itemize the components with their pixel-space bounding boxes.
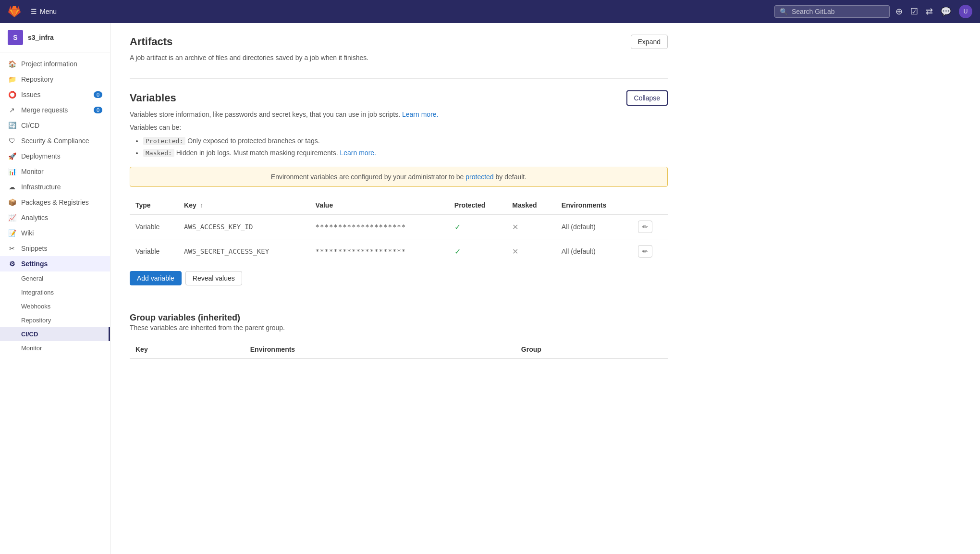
- check-icon: ✓: [454, 247, 461, 256]
- sidebar-item-snippets[interactable]: ✂ Snippets: [0, 241, 110, 256]
- sidebar-item-infrastructure[interactable]: ☁ Infrastructure: [0, 179, 110, 195]
- sub-item-cicd[interactable]: CI/CD: [0, 327, 110, 341]
- sidebar-item-packages[interactable]: 📦 Packages & Registries: [0, 195, 110, 210]
- row1-type: Variable: [130, 214, 178, 239]
- artifacts-section: Artifacts Expand A job artifact is an ar…: [130, 35, 668, 63]
- sidebar-item-wiki[interactable]: 📝 Wiki: [0, 225, 110, 241]
- search-bar[interactable]: 🔍: [774, 5, 890, 18]
- add-variable-button[interactable]: Add variable: [130, 271, 182, 285]
- group-variables-table: Key Environments Group: [130, 341, 668, 359]
- gitlab-logo[interactable]: [8, 5, 21, 18]
- merge-request-icon[interactable]: ⇄: [926, 6, 933, 17]
- alert-text: Environment variables are configured by …: [271, 173, 464, 181]
- sort-icon[interactable]: ↑: [200, 202, 203, 209]
- main-layout: S s3_infra 🏠 Project information 📁 Repos…: [0, 23, 980, 554]
- masked-learn-more-link[interactable]: Learn more.: [340, 149, 376, 157]
- variables-learn-more-link[interactable]: Learn more.: [402, 111, 438, 118]
- sidebar-item-analytics[interactable]: 📈 Analytics: [0, 210, 110, 225]
- row1-key: AWS_ACCESS_KEY_ID: [178, 214, 309, 239]
- section-divider: [130, 78, 668, 79]
- col-value: Value: [310, 197, 449, 214]
- deployments-icon: 🚀: [8, 152, 16, 160]
- nav-label: Wiki: [21, 229, 34, 237]
- main-content: Artifacts Expand A job artifact is an ar…: [110, 23, 980, 554]
- monitor-icon: 📊: [8, 168, 16, 175]
- issues-badge: 0: [94, 91, 102, 98]
- protected-code: Protected:: [143, 137, 185, 145]
- variables-description: Variables store information, like passwo…: [130, 110, 668, 120]
- variables-table-body: Variable AWS_ACCESS_KEY_ID *************…: [130, 214, 668, 263]
- row2-value: ********************: [310, 239, 449, 264]
- nav-label: Infrastructure: [21, 183, 61, 191]
- nav-label: Merge requests: [21, 106, 68, 114]
- masked-text: Hidden in job logs. Must match masking r…: [176, 149, 338, 157]
- row1-protected: ✓: [449, 214, 507, 239]
- sidebar-item-repository[interactable]: 📁 Repository: [0, 72, 110, 87]
- table-header-row: Type Key ↑ Value Protected Masked Enviro…: [130, 197, 668, 214]
- repository-icon: 📁: [8, 75, 16, 83]
- sidebar-item-issues[interactable]: ⭕ Issues 0: [0, 87, 110, 102]
- analytics-icon: 📈: [8, 214, 16, 222]
- cross-icon: ✕: [512, 223, 518, 231]
- nav-label: CI/CD: [21, 122, 39, 129]
- sub-item-repository[interactable]: Repository: [0, 313, 110, 327]
- reveal-values-button[interactable]: Reveal values: [185, 271, 242, 285]
- cross-icon: ✕: [512, 247, 518, 256]
- row2-type: Variable: [130, 239, 178, 264]
- variables-header: Variables Collapse: [130, 90, 668, 106]
- key-header: Key: [184, 201, 196, 209]
- new-item-icon[interactable]: ⊕: [895, 6, 903, 17]
- group-variables-title: Group variables (inherited): [130, 313, 668, 323]
- snippets-icon: ✂: [8, 245, 16, 252]
- sidebar-item-cicd[interactable]: 🔄 CI/CD: [0, 118, 110, 133]
- sub-item-webhooks[interactable]: Webhooks: [0, 299, 110, 313]
- nav-label: Security & Compliance: [21, 137, 89, 145]
- project-info-icon: 🏠: [8, 60, 16, 68]
- todo-icon[interactable]: ☑: [910, 6, 918, 17]
- variables-table: Type Key ↑ Value Protected Masked Enviro…: [130, 197, 668, 263]
- variables-bullet-list: Protected: Only exposed to protected bra…: [130, 135, 668, 159]
- row1-environments: All (default): [556, 214, 633, 239]
- user-avatar[interactable]: U: [959, 5, 972, 18]
- group-col-key: Key: [130, 341, 245, 358]
- sidebar-item-project-info[interactable]: 🏠 Project information: [0, 56, 110, 72]
- project-avatar: S: [8, 30, 23, 45]
- group-variables-section: Group variables (inherited) These variab…: [130, 313, 668, 359]
- sub-item-monitor[interactable]: Monitor: [0, 341, 110, 355]
- menu-button[interactable]: ☰ Menu: [27, 6, 61, 17]
- wiki-icon: 📝: [8, 229, 16, 237]
- sub-item-integrations[interactable]: Integrations: [0, 285, 110, 299]
- nav-icons: ⊕ ☑ ⇄ 💬 U: [895, 5, 972, 18]
- sidebar-item-security[interactable]: 🛡 Security & Compliance: [0, 133, 110, 148]
- bullet-protected: Protected: Only exposed to protected bra…: [143, 135, 668, 147]
- col-environments: Environments: [556, 197, 633, 214]
- menu-label: Menu: [40, 8, 57, 15]
- protected-link[interactable]: protected: [466, 173, 493, 181]
- sidebar-item-deployments[interactable]: 🚀 Deployments: [0, 148, 110, 164]
- settings-icon: ⚙: [8, 260, 16, 268]
- edit-row1-button[interactable]: ✏: [638, 221, 652, 233]
- col-masked: Masked: [506, 197, 556, 214]
- expand-button[interactable]: Expand: [631, 35, 668, 49]
- nav-label: Analytics: [21, 214, 48, 222]
- group-variables-table-head: Key Environments Group: [130, 341, 668, 358]
- nav-label: Packages & Registries: [21, 198, 89, 206]
- nav-label: Issues: [21, 91, 40, 98]
- row2-actions: ✏: [632, 239, 668, 264]
- settings-sub-menu: General Integrations Webhooks Repository…: [0, 271, 110, 359]
- issues-icon[interactable]: 💬: [941, 6, 951, 17]
- sub-item-general[interactable]: General: [0, 271, 110, 285]
- protected-alert: Environment variables are configured by …: [130, 167, 668, 187]
- masked-code: Masked:: [143, 149, 174, 157]
- search-icon: 🔍: [780, 8, 788, 15]
- sidebar-item-settings[interactable]: ⚙ Settings: [0, 256, 110, 271]
- cicd-icon: 🔄: [8, 122, 16, 129]
- sidebar-item-monitor[interactable]: 📊 Monitor: [0, 164, 110, 179]
- collapse-button[interactable]: Collapse: [626, 90, 668, 106]
- project-name: s3_infra: [28, 34, 54, 41]
- edit-row2-button[interactable]: ✏: [638, 245, 652, 258]
- sidebar-item-merge-requests[interactable]: ↗ Merge requests 0: [0, 102, 110, 118]
- search-input[interactable]: [792, 8, 884, 15]
- variables-table-head: Type Key ↑ Value Protected Masked Enviro…: [130, 197, 668, 214]
- nav-label: Settings: [21, 260, 48, 268]
